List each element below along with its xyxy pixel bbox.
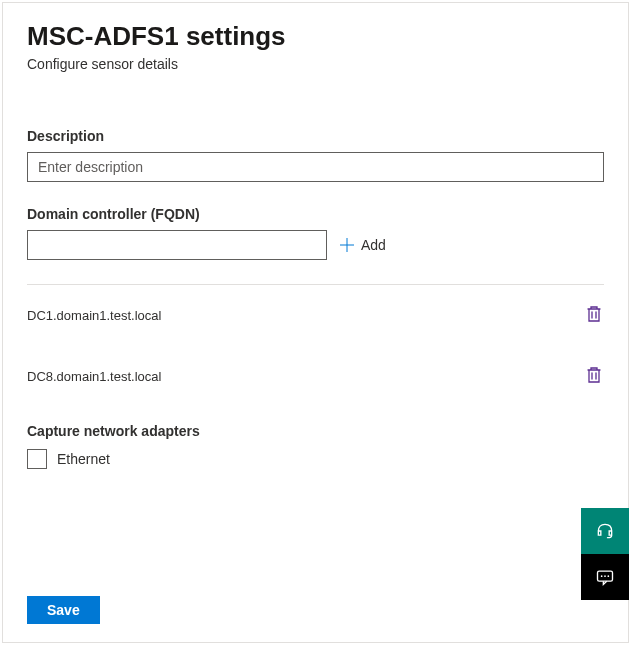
adapter-label: Ethernet xyxy=(57,451,110,467)
svg-point-2 xyxy=(604,575,606,577)
fqdn-row: Add xyxy=(27,230,604,260)
adapters-section: Capture network adapters Ethernet xyxy=(27,423,604,469)
plus-icon xyxy=(339,237,355,253)
page-subtitle: Configure sensor details xyxy=(27,56,604,72)
dc-name: DC8.domain1.test.local xyxy=(27,369,161,384)
adapters-label: Capture network adapters xyxy=(27,423,604,439)
feedback-button[interactable] xyxy=(581,554,629,600)
delete-button[interactable] xyxy=(584,303,604,328)
adapter-row: Ethernet xyxy=(27,449,604,469)
list-item: DC8.domain1.test.local xyxy=(27,346,604,407)
save-button[interactable]: Save xyxy=(27,596,100,624)
add-label: Add xyxy=(361,237,386,253)
adapter-checkbox[interactable] xyxy=(27,449,47,469)
support-button[interactable] xyxy=(581,508,629,554)
delete-button[interactable] xyxy=(584,364,604,389)
trash-icon xyxy=(586,305,602,323)
description-input[interactable] xyxy=(27,152,604,182)
list-item: DC1.domain1.test.local xyxy=(27,285,604,346)
chat-icon xyxy=(595,567,615,587)
fqdn-label: Domain controller (FQDN) xyxy=(27,206,604,222)
dc-name: DC1.domain1.test.local xyxy=(27,308,161,323)
trash-icon xyxy=(586,366,602,384)
floating-buttons xyxy=(581,508,629,600)
page-title: MSC-ADFS1 settings xyxy=(27,21,604,52)
fqdn-input[interactable] xyxy=(27,230,327,260)
headset-icon xyxy=(595,521,615,541)
add-button[interactable]: Add xyxy=(335,233,390,257)
svg-point-1 xyxy=(601,575,603,577)
svg-point-3 xyxy=(608,575,610,577)
settings-panel: MSC-ADFS1 settings Configure sensor deta… xyxy=(2,2,629,643)
dc-list: DC1.domain1.test.local DC8.domain1.test.… xyxy=(27,285,604,407)
description-label: Description xyxy=(27,128,604,144)
